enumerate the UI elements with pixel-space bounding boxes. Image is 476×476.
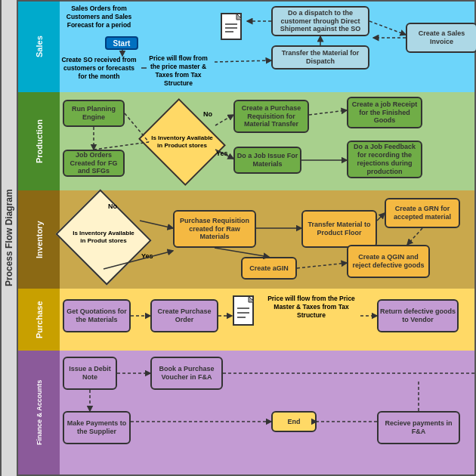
price-flow-purchase: Price will flow from the Price Master & … bbox=[262, 295, 360, 320]
receive-payments-box: Recieve payments in F&A bbox=[377, 411, 460, 444]
finance-label: Finance & Accounts bbox=[18, 351, 60, 474]
create-po-box: Create Purchase Order bbox=[150, 299, 218, 332]
create-agin-box: Create aGIN bbox=[241, 257, 297, 280]
end-box: End bbox=[271, 411, 317, 432]
create-so-text: Create SO received from customers or for… bbox=[61, 56, 137, 81]
diagram-container: Process Flow Diagram Sales Sales Orders … bbox=[0, 0, 476, 476]
sales-orders-text: Sales Orders from Customers and Sales Fo… bbox=[61, 5, 137, 29]
finance-body: Issue a Debit Note Book a Purchase Vouch… bbox=[60, 351, 474, 474]
svg-line-19 bbox=[140, 221, 173, 228]
is-inventory-production-diamond: Is Inventory Available in Product stores bbox=[149, 113, 215, 171]
section-finance: Finance & Accounts Issue a Debit Note Bo… bbox=[18, 351, 474, 474]
return-defective-box: Return defective goods to Vendor bbox=[377, 299, 459, 332]
production-label: Production bbox=[18, 92, 60, 190]
do-job-issue-box: Do a Job Issue For Materials bbox=[233, 147, 301, 174]
book-purchase-box: Book a Purchase Voucher in F&A bbox=[150, 357, 223, 390]
main-diagram: Sales Sales Orders from Customers and Sa… bbox=[17, 0, 476, 476]
production-no-label: No bbox=[203, 110, 212, 118]
inventory-no-label: No bbox=[108, 202, 117, 210]
section-inventory: Inventory Is Inventory Available in Prod… bbox=[18, 190, 474, 289]
get-quotations-box: Get Quotations for the Materials bbox=[63, 299, 131, 332]
svg-line-24 bbox=[297, 263, 347, 268]
doc-icon-purchase bbox=[232, 295, 259, 332]
svg-line-23 bbox=[407, 228, 422, 245]
purchase-body: Get Quotations for the Materials Create … bbox=[60, 289, 474, 351]
job-feedback-box: Do a Job Feedback for recording the reje… bbox=[347, 141, 422, 178]
inventory-yes-label: Yes bbox=[141, 252, 153, 260]
price-flow-sales: Price will flow from the price master & … bbox=[144, 54, 212, 88]
section-purchase: Purchase Get Quotations for the Material… bbox=[18, 289, 474, 351]
is-inventory-inv-diamond: Is Inventory Available in Produt stores bbox=[67, 206, 140, 269]
inventory-body: Is Inventory Available in Produt stores … bbox=[60, 190, 474, 289]
transfer-material-box: Transfer the Material for Dispatch bbox=[271, 45, 369, 70]
inventory-label: Inventory bbox=[18, 190, 60, 289]
make-payments-box: Make Payments to the Supplier bbox=[63, 411, 131, 444]
diagram-title: Process Flow Diagram bbox=[0, 0, 17, 476]
create-qgin-box: Create a QGIN and reject defective goods bbox=[347, 245, 430, 278]
job-orders-box: Job Orders Created for FG and SFGs bbox=[63, 150, 125, 177]
sales-label: Sales bbox=[18, 2, 60, 92]
sales-invoice-box: Create a Sales Invoice bbox=[406, 23, 476, 53]
section-production: Production Run Planning Engine Job Order… bbox=[18, 92, 474, 190]
job-receipt-box: Create a job Receipt for the Finished Go… bbox=[347, 97, 422, 128]
svg-line-18 bbox=[94, 142, 149, 150]
svg-line-25 bbox=[215, 248, 269, 257]
doc-icon-sales bbox=[220, 12, 247, 45]
run-planning-box: Run Planning Engine bbox=[63, 100, 125, 127]
pr-raw-box: Purchase Requisition created for Raw Mat… bbox=[173, 210, 256, 248]
svg-line-22 bbox=[377, 213, 385, 221]
transfer-product-box: Transfer Material to Product Floor bbox=[301, 210, 377, 248]
issue-debit-box: Issue a Debit Note bbox=[63, 357, 117, 390]
production-body: Run Planning Engine Job Orders Created f… bbox=[60, 92, 474, 190]
svg-line-17 bbox=[309, 110, 347, 115]
svg-line-7 bbox=[215, 60, 271, 62]
start-button[interactable]: Start bbox=[105, 36, 138, 50]
create-grn-box: Create a GRN for accepted material bbox=[385, 198, 460, 228]
svg-line-8 bbox=[369, 21, 406, 35]
production-yes-label: Yes bbox=[216, 150, 228, 157]
section-sales: Sales Sales Orders from Customers and Sa… bbox=[18, 2, 474, 92]
purchase-label: Purchase bbox=[18, 289, 60, 351]
create-pr-box: Create a Purchase Requisition for Materi… bbox=[233, 100, 309, 133]
dispatch-box: Do a dispatch to the customer through Di… bbox=[271, 6, 369, 36]
sales-body: Sales Orders from Customers and Sales Fo… bbox=[60, 2, 474, 92]
svg-line-14 bbox=[215, 115, 233, 125]
